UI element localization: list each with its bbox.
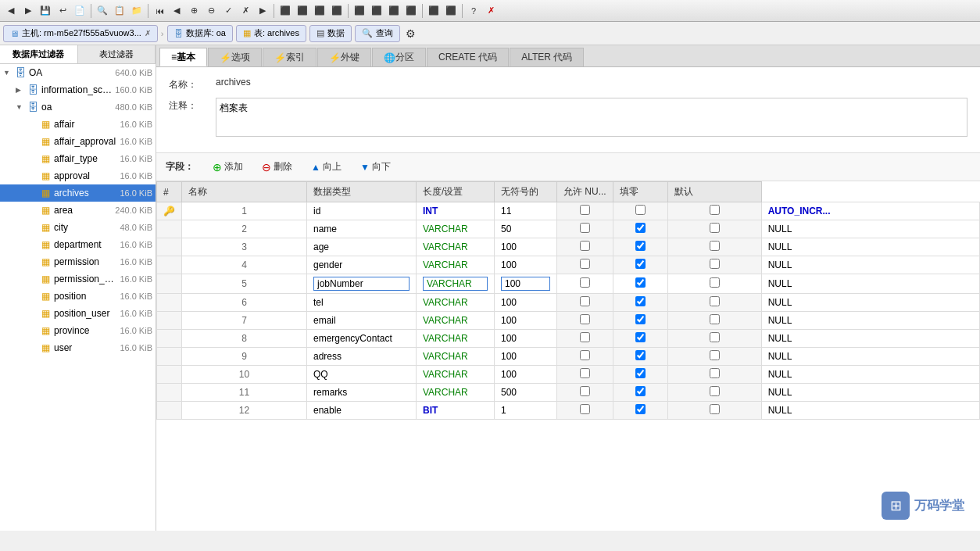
field-allownull-cell-11[interactable]	[613, 384, 667, 402]
add-field-btn[interactable]: ⊕ 添加	[206, 158, 249, 176]
sidebar-item-position[interactable]: ▦position16.0 KiB	[0, 288, 156, 305]
field-zerofill-cell-1[interactable]	[667, 202, 761, 220]
field-name-cell-9[interactable]: adress	[307, 348, 417, 366]
data-tab[interactable]: ▤ 数据	[309, 25, 352, 42]
toolbar-btn-undo[interactable]: ↩	[55, 3, 70, 19]
tab-index[interactable]: ⚡ 索引	[263, 48, 317, 66]
toolbar-btn-save[interactable]: 💾	[38, 3, 53, 19]
unsigned-checkbox-11[interactable]	[580, 386, 590, 396]
field-zerofill-cell-6[interactable]	[667, 294, 761, 312]
toolbar-close[interactable]: ✗	[483, 3, 499, 19]
comment-textarea[interactable]	[216, 98, 967, 137]
host-tab-close[interactable]: ✗	[145, 29, 151, 38]
sidebar-item-affair_approval[interactable]: ▦affair_approval16.0 KiB	[0, 133, 156, 150]
allownull-checkbox-12[interactable]	[635, 404, 646, 414]
allownull-checkbox-5[interactable]	[635, 277, 646, 288]
allownull-checkbox-7[interactable]	[635, 314, 646, 324]
field-unsigned-cell-8[interactable]	[557, 330, 613, 348]
zerofill-checkbox-9[interactable]	[710, 350, 720, 360]
table-row[interactable]: 4genderVARCHAR100NULL	[157, 256, 980, 274]
field-name-cell-10[interactable]: QQ	[307, 366, 417, 384]
field-length-cell-3[interactable]: 100	[495, 238, 557, 256]
field-unsigned-cell-9[interactable]	[557, 348, 613, 366]
field-length-cell-4[interactable]: 100	[495, 256, 557, 274]
field-zerofill-cell-5[interactable]	[667, 274, 761, 294]
field-allownull-cell-1[interactable]	[613, 202, 667, 220]
allownull-checkbox-4[interactable]	[635, 259, 646, 269]
field-length-cell-5[interactable]	[495, 274, 557, 294]
field-name-input-5[interactable]	[313, 277, 410, 291]
sidebar-item-approval[interactable]: ▦approval16.0 KiB	[0, 167, 156, 184]
field-unsigned-cell-7[interactable]	[557, 312, 613, 330]
toolbar-confirm[interactable]: ✓	[220, 3, 236, 19]
zerofill-checkbox-8[interactable]	[710, 332, 720, 342]
table-row[interactable]: 5NULL	[157, 274, 980, 294]
unsigned-checkbox-10[interactable]	[580, 368, 590, 378]
sidebar-item-info_schema[interactable]: ▶🗄information_sch...160.0 KiB	[0, 81, 156, 98]
field-unsigned-cell-4[interactable]	[557, 256, 613, 274]
field-zerofill-cell-2[interactable]	[667, 220, 761, 238]
field-length-input-5[interactable]	[501, 277, 550, 291]
field-zerofill-cell-3[interactable]	[667, 238, 761, 256]
toolbar-run[interactable]: ▶	[255, 3, 270, 19]
field-allownull-cell-8[interactable]	[613, 330, 667, 348]
toolbar-nav-first[interactable]: ⏮	[152, 3, 167, 19]
allownull-checkbox-6[interactable]	[635, 296, 646, 306]
toolbar-btn-5[interactable]: 📄	[72, 3, 88, 19]
table-row[interactable]: 2nameVARCHAR50NULL	[157, 220, 980, 238]
toolbar-btn-8[interactable]: 📁	[129, 3, 145, 19]
toolbar-nav-prev[interactable]: ◀	[169, 3, 184, 19]
field-zerofill-cell-12[interactable]	[667, 402, 761, 420]
allownull-checkbox-8[interactable]	[635, 332, 646, 342]
field-allownull-cell-3[interactable]	[613, 238, 667, 256]
host-tab[interactable]: 🖥 主机: rm-m5e27f555a5vuow3... ✗	[3, 25, 158, 42]
toolbar-btn-7[interactable]: 📋	[112, 3, 127, 19]
field-type-cell-1[interactable]: INT	[417, 202, 495, 220]
sidebar-item-permission_po[interactable]: ▦permission_po...16.0 KiB	[0, 270, 156, 288]
field-type-cell-5[interactable]	[417, 274, 495, 294]
field-zerofill-cell-11[interactable]	[667, 384, 761, 402]
field-allownull-cell-7[interactable]	[613, 312, 667, 330]
field-type-cell-6[interactable]: VARCHAR	[417, 294, 495, 312]
field-name-cell-4[interactable]: gender	[307, 256, 417, 274]
toolbar-btn-1[interactable]: ◀	[3, 3, 19, 19]
toolbar-add-row[interactable]: ⊕	[186, 3, 202, 19]
field-allownull-cell-9[interactable]	[613, 348, 667, 366]
table-row[interactable]: 12enableBIT1NULL	[157, 402, 980, 420]
field-unsigned-cell-2[interactable]	[557, 220, 613, 238]
unsigned-checkbox-4[interactable]	[580, 259, 590, 269]
allownull-checkbox-1[interactable]	[635, 205, 646, 215]
sidebar-item-department[interactable]: ▦department16.0 KiB	[0, 236, 156, 253]
field-length-cell-8[interactable]: 100	[495, 330, 557, 348]
table-tab[interactable]: ▦ 表: archives	[236, 25, 306, 42]
field-type-cell-4[interactable]: VARCHAR	[417, 256, 495, 274]
sidebar-item-affair_type[interactable]: ▦affair_type16.0 KiB	[0, 150, 156, 167]
unsigned-checkbox-9[interactable]	[580, 350, 590, 360]
field-allownull-cell-5[interactable]	[613, 274, 667, 294]
dn-field-btn[interactable]: ▼ 向下	[354, 158, 397, 176]
unsigned-checkbox-1[interactable]	[580, 205, 590, 215]
toolbar-del-row[interactable]: ⊖	[203, 3, 219, 19]
allownull-checkbox-2[interactable]	[635, 223, 646, 233]
sidebar-item-oa_root[interactable]: ▼🗄OA640.0 KiB	[0, 64, 156, 81]
unsigned-checkbox-7[interactable]	[580, 314, 590, 324]
field-unsigned-cell-12[interactable]	[557, 402, 613, 420]
toolbar-btn-11[interactable]: ⬛	[312, 3, 327, 19]
field-name-cell-2[interactable]: name	[307, 220, 417, 238]
field-allownull-cell-10[interactable]	[613, 366, 667, 384]
db-filter-btn[interactable]: 数据库过滤器	[0, 45, 78, 63]
unsigned-checkbox-5[interactable]	[580, 277, 590, 288]
field-type-cell-8[interactable]: VARCHAR	[417, 330, 495, 348]
field-name-cell-11[interactable]: remarks	[307, 384, 417, 402]
field-type-cell-9[interactable]: VARCHAR	[417, 348, 495, 366]
field-length-cell-2[interactable]: 50	[495, 220, 557, 238]
field-unsigned-cell-11[interactable]	[557, 384, 613, 402]
zerofill-checkbox-1[interactable]	[710, 205, 720, 215]
field-unsigned-cell-10[interactable]	[557, 366, 613, 384]
field-length-cell-1[interactable]: 11	[495, 202, 557, 220]
sidebar-item-city[interactable]: ▦city48.0 KiB	[0, 219, 156, 236]
zerofill-checkbox-3[interactable]	[710, 241, 720, 251]
toolbar-btn-9[interactable]: ⬛	[277, 3, 293, 19]
allownull-checkbox-10[interactable]	[635, 368, 646, 378]
table-row[interactable]: 7emailVARCHAR100NULL	[157, 312, 980, 330]
